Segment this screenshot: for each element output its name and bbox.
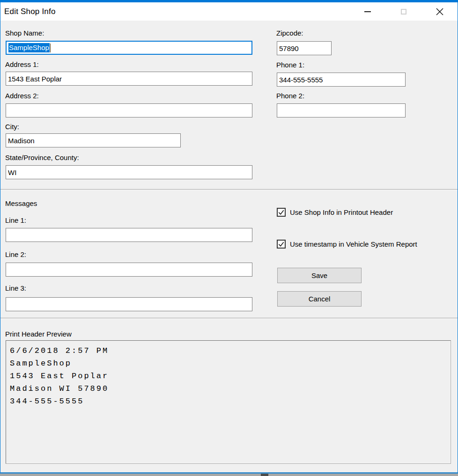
preview-line: 1543 East Poplar (10, 370, 451, 382)
window-title: Edit Shop Info (0, 7, 56, 16)
check-icon (278, 241, 285, 248)
address1-input[interactable] (6, 72, 252, 86)
line3-label: Line 3: (5, 284, 26, 292)
use-timestamp-checkbox[interactable]: Use timestamp in Vehicle System Report (277, 240, 417, 249)
phone2-input[interactable] (277, 103, 406, 117)
check-icon (278, 209, 285, 216)
desktop-background (0, 474, 458, 476)
preview-line: 6/6/2018 2:57 PM (10, 344, 451, 357)
city-input[interactable] (6, 133, 181, 147)
print-header-preview-heading: Print Header Preview (5, 330, 72, 338)
maximize-icon (401, 9, 406, 15)
checkbox-box[interactable] (277, 240, 286, 249)
desktop-background-detail (261, 474, 268, 476)
line1-label: Line 1: (5, 216, 26, 224)
address2-input[interactable] (6, 103, 252, 117)
use-shop-info-label[interactable]: Use Shop Info in Printout Header (290, 208, 393, 216)
minimize-button[interactable] (349, 2, 385, 21)
minimize-icon (364, 11, 371, 12)
use-timestamp-label[interactable]: Use timestamp in Vehicle System Report (290, 240, 417, 248)
print-header-preview-box[interactable]: 6/6/2018 2:57 PM SampleShop 1543 East Po… (6, 340, 451, 464)
preview-line: Madison WI 57890 (10, 382, 451, 395)
line1-input[interactable] (6, 228, 252, 242)
address2-label: Address 2: (5, 92, 39, 100)
phone1-label: Phone 1: (276, 61, 304, 69)
line3-input[interactable] (6, 297, 252, 311)
separator (0, 189, 458, 190)
zipcode-input[interactable] (277, 41, 332, 55)
maximize-button (385, 2, 421, 21)
save-button[interactable]: Save (277, 268, 362, 283)
phone2-label: Phone 2: (276, 92, 304, 100)
shop-name-label: Shop Name: (5, 29, 44, 37)
shop-name-selected-text: SampleShop (8, 43, 50, 52)
state-province-county-label: State/Province, County: (5, 154, 79, 161)
shop-name-input[interactable]: SampleShop (6, 41, 252, 55)
close-button[interactable] (421, 2, 458, 21)
caption-buttons (349, 2, 458, 21)
cancel-button[interactable]: Cancel (277, 291, 362, 307)
phone1-input[interactable] (277, 73, 406, 87)
text-caret (50, 44, 51, 52)
use-shop-info-checkbox[interactable]: Use Shop Info in Printout Header (277, 208, 393, 217)
address1-label: Address 1: (5, 60, 39, 68)
titlebar: Edit Shop Info (0, 2, 458, 21)
preview-line: SampleShop (10, 357, 451, 370)
line2-input[interactable] (6, 263, 252, 277)
checkbox-box[interactable] (277, 208, 286, 217)
preview-line: 344-555-5555 (10, 395, 451, 408)
edit-shop-info-dialog: Edit Shop Info Shop Name: SampleShop Add… (0, 0, 458, 474)
state-province-county-input[interactable] (6, 165, 252, 179)
dialog-body: Shop Name: SampleShop Address 1: Address… (0, 21, 458, 472)
line2-label: Line 2: (5, 250, 26, 258)
close-icon (436, 8, 443, 15)
messages-heading: Messages (5, 199, 37, 207)
city-label: City: (5, 123, 19, 131)
separator (0, 318, 458, 318)
zipcode-label: Zipcode: (276, 29, 303, 37)
